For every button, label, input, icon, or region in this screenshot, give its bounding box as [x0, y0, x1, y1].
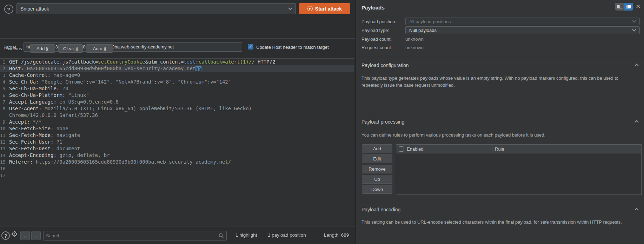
editor-help-icon[interactable]: ? — [1, 231, 10, 240]
chevron-down-icon — [632, 19, 636, 22]
single-pane-icon — [617, 5, 622, 8]
line-number: 15 — [0, 159, 7, 165]
help-icon[interactable]: ? — [4, 5, 13, 14]
split-pane-icon — [626, 5, 631, 8]
payload-type-select[interactable]: Null payloads — [405, 26, 640, 34]
positions-label: Positions — [4, 46, 22, 51]
payload-position-count: 1 payload position — [268, 232, 306, 238]
request-line: 14Accept-Encoding: gzip, deflate, br — [0, 152, 354, 159]
line-number: 2 — [0, 65, 7, 72]
line-number: 17 — [0, 172, 7, 179]
request-line: 6Sec-Ch-Ua-Platform: "Linux" — [0, 92, 354, 99]
divider — [321, 231, 321, 240]
payload-encoding-title: Payload encoding — [361, 207, 400, 212]
positions-row: Positions Add § Clear § Auto § — [0, 39, 356, 58]
processing-up-button[interactable]: Up — [362, 175, 392, 184]
line-number: 12 — [0, 139, 7, 145]
rule-column-header: Rule — [495, 146, 504, 152]
payload-encoding-desc: This setting can be used to URL-encode s… — [361, 219, 635, 226]
payloads-header: Payloads × — [356, 0, 644, 17]
payloads-panel: Payloads × Payload position: All payload… — [356, 0, 644, 244]
request-line: 13Sec-Fetch-Dest: document — [0, 145, 354, 152]
line-number: 5 — [0, 85, 7, 92]
line-number: 10 — [0, 125, 7, 132]
line-number: 14 — [0, 152, 7, 159]
payload-count-value: unknown — [405, 37, 424, 42]
request-line: 12Sec-Fetch-User: ?1 — [0, 139, 354, 145]
request-line: 5Sec-Ch-Ua-Mobile: ?0 — [0, 85, 354, 92]
target-row: Target ✓ Update Host header to match tar… — [0, 18, 356, 39]
attack-type-bar: ? Sniper attack ▶ Start attack — [0, 0, 356, 18]
processing-edit-button[interactable]: Edit — [362, 154, 392, 163]
auto-section-button[interactable]: Auto § — [86, 44, 113, 53]
payload-configuration-title: Payload configuration — [361, 62, 409, 68]
payload-position-label: Payload position: — [361, 19, 396, 24]
start-attack-button[interactable]: ▶ Start attack — [299, 3, 350, 14]
divider — [356, 57, 644, 57]
request-count-label: Request count: — [361, 45, 392, 50]
divider — [356, 114, 644, 114]
line-number: 8 — [0, 105, 7, 112]
chevron-down-icon — [288, 6, 292, 10]
request-line: 3Cache-Control: max-age=0 — [0, 72, 354, 79]
processing-remove-button[interactable]: Remove — [362, 165, 392, 173]
payload-position-select[interactable]: All payload positions — [405, 18, 640, 25]
gear-icon[interactable]: ⚙ — [11, 230, 18, 239]
next-match-button[interactable]: → — [31, 231, 41, 240]
request-length: Length: 689 — [324, 232, 349, 238]
collapse-icon[interactable] — [635, 64, 638, 67]
add-section-button[interactable]: Add § — [30, 44, 55, 53]
payload-count-label: Payload count: — [361, 37, 392, 42]
search-input[interactable] — [43, 231, 227, 240]
payload-processing-desc: You can define rules to perform various … — [361, 132, 635, 139]
enabled-column-header: Enabled — [407, 146, 424, 152]
close-icon[interactable]: × — [636, 2, 640, 10]
attack-type-select[interactable]: Sniper attack — [16, 3, 296, 14]
line-number: 16 — [0, 165, 7, 172]
layout-single-toggle-button[interactable] — [615, 3, 624, 11]
line-number: 13 — [0, 145, 7, 152]
line-number — [0, 112, 7, 119]
clear-section-button[interactable]: Clear § — [58, 44, 83, 53]
line-number: 7 — [0, 99, 7, 105]
line-number: 1 — [0, 59, 7, 65]
processing-down-button[interactable]: Down — [362, 185, 392, 194]
line-number: 4 — [0, 79, 7, 85]
collapse-icon[interactable] — [635, 208, 638, 212]
column-divider — [492, 145, 492, 153]
request-count-value: unknown — [405, 45, 424, 50]
layout-split-toggle-button[interactable] — [624, 3, 633, 11]
enabled-checkbox[interactable] — [399, 146, 404, 152]
request-line: 7Accept-Language: en-US;q=0.9,en;q=0.8 — [0, 99, 354, 105]
request-line: 9Accept: */* — [0, 119, 354, 125]
line-number: 9 — [0, 119, 7, 125]
search-icon — [219, 233, 224, 238]
divider — [264, 231, 264, 240]
payload-type-label: Payload type: — [361, 28, 389, 33]
request-line: 17 — [0, 172, 354, 179]
payload-processing-title: Payload processing — [361, 119, 404, 125]
request-line: 8User-Agent: Mozilla/5.0 (X11; Linux x86… — [0, 105, 354, 112]
highlight-count: 1 highlight — [235, 232, 257, 238]
request-editor[interactable]: 1GET /js/geolocate.js?callback=setCountr… — [0, 58, 354, 226]
request-line: 4Sec-Ch-Ua: "Google Chrome";v="142", "No… — [0, 79, 354, 85]
attack-type-value: Sniper attack — [20, 6, 49, 12]
line-number: 6 — [0, 92, 7, 99]
request-line: 16 — [0, 165, 354, 172]
collapse-icon[interactable] — [635, 120, 638, 124]
request-line: 2Host: 0a26003603165cdd80930d9b00f000ba.… — [0, 65, 354, 72]
request-line: 1GET /js/geolocate.js?callback=setCountr… — [0, 59, 354, 65]
chevron-down-icon — [632, 27, 636, 31]
play-icon: ▶ — [307, 6, 313, 11]
rules-table[interactable]: Enabled Rule — [396, 144, 642, 195]
request-line: Chrome/142.0.0.0 Safari/537.36 — [0, 112, 354, 119]
prev-match-button[interactable]: ← — [20, 231, 30, 240]
request-line: 11Sec-Fetch-Mode: navigate — [0, 132, 354, 139]
processing-add-button[interactable]: Add — [362, 144, 392, 153]
panel-title: Payloads — [361, 5, 385, 11]
editor-bottom-bar: ? ⚙ ← → 1 highlight 1 payload position L… — [0, 226, 356, 244]
divider — [356, 202, 644, 202]
payload-configuration-desc: This payload type generates payloads who… — [361, 75, 635, 88]
request-line: 10Sec-Fetch-Site: none — [0, 125, 354, 132]
rules-table-header: Enabled Rule — [396, 145, 641, 153]
